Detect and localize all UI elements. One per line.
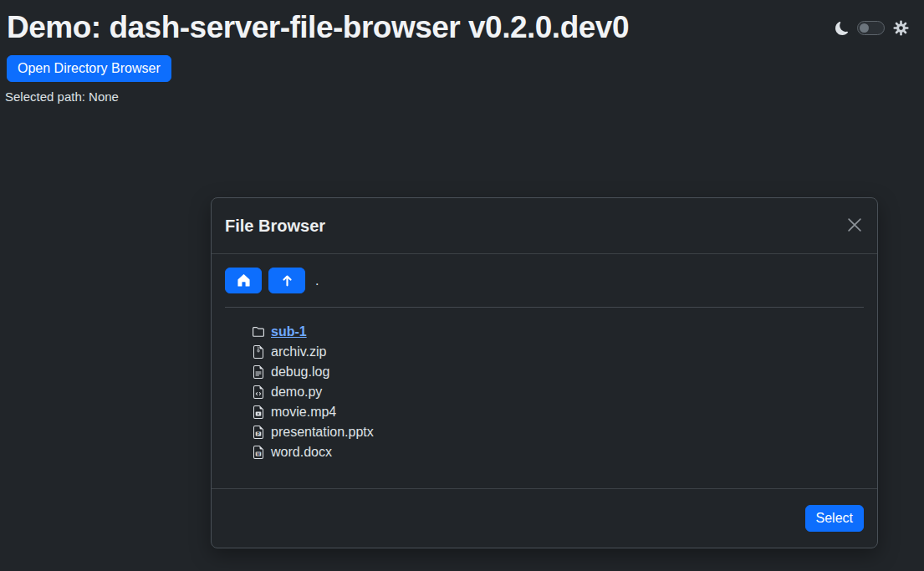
selected-path-label: Selected path: None [5,89,924,104]
current-path-display: . [315,273,319,288]
page-title: Demo: dash-server-file-browser v0.2.0.de… [7,10,824,45]
file-list-item: demo.py [252,382,864,402]
select-button[interactable]: Select [805,505,864,532]
file-text-icon [252,365,265,379]
file-list-item: debug.log [252,362,864,382]
switch-knob [860,23,869,33]
file-play-icon [252,405,265,419]
modal-body: . sub-1 archiv.zip debug.log demo.py mov… [212,254,877,488]
file-list-item: word.docx [252,442,864,462]
file-browser-modal: File Browser . sub-1 archiv.zip debug.lo… [211,197,878,548]
modal-footer: Select [212,488,877,548]
path-toolbar: . [225,268,864,293]
up-directory-button[interactable] [268,268,305,293]
theme-toggle-switch[interactable] [857,21,885,35]
file-name: archiv.zip [271,344,326,359]
file-list-item: sub-1 [252,322,864,342]
file-ppt-icon [252,426,265,439]
toolbar-divider [225,307,864,308]
home-button[interactable] [225,268,262,293]
file-list: sub-1 archiv.zip debug.log demo.py movie… [225,322,864,462]
modal-header: File Browser [212,198,877,254]
close-button[interactable] [845,217,864,235]
file-name: presentation.pptx [271,425,374,440]
file-name: demo.py [271,385,322,400]
file-word-icon [252,446,265,459]
folder-link[interactable]: sub-1 [271,324,307,339]
arrow-up-icon [280,273,294,288]
open-directory-browser-button[interactable]: Open Directory Browser [7,55,171,82]
file-list-item: archiv.zip [252,342,864,362]
folder-icon [252,325,265,339]
close-icon [846,217,863,233]
moon-icon [835,22,849,35]
file-list-item: movie.mp4 [252,402,864,422]
file-list-item: presentation.pptx [252,422,864,442]
modal-title: File Browser [225,217,325,236]
file-code-icon [252,385,265,399]
file-name: debug.log [271,365,329,380]
top-controls [835,20,909,36]
file-name: word.docx [271,445,332,460]
file-name: movie.mp4 [271,405,336,420]
file-zip-icon [252,345,265,359]
gear-icon[interactable] [893,20,909,36]
house-icon [237,273,251,288]
